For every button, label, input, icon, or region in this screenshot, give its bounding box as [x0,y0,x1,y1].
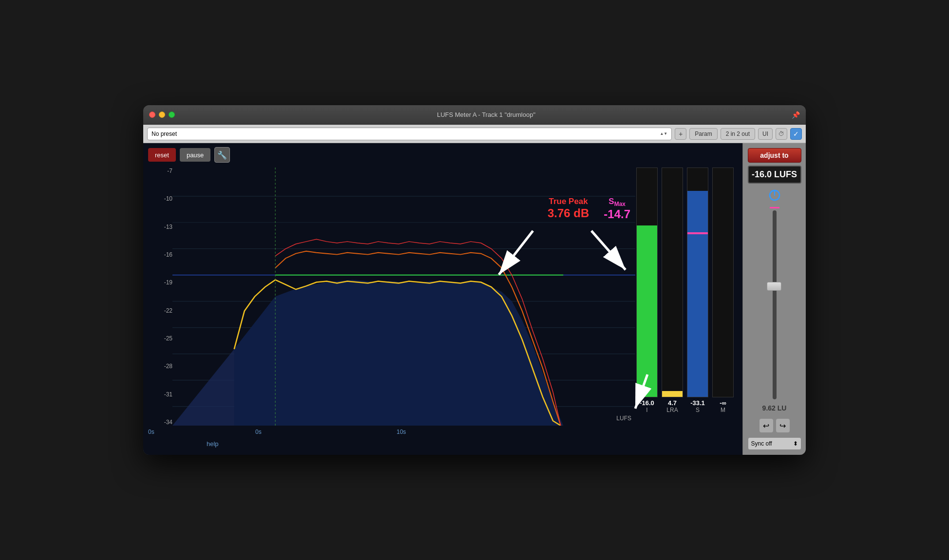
y-label-28: -28 [148,363,172,370]
minimize-button[interactable] [159,112,165,118]
m-meter-label: M [721,407,725,413]
meter-area: reset pause 🔧 True Peak 3.76 dB SMax -14… [143,143,742,455]
main-window: LUFS Meter A - Track 1 "drumloop" 📌 No p… [143,105,806,455]
y-label-10: -10 [148,195,172,202]
wrench-icon: 🔧 [217,150,227,160]
y-axis: -7 -10 -13 -16 -19 -22 -25 -28 -31 -34 [148,168,172,426]
traffic-lights [149,112,175,118]
x-label-start: 0s [255,429,262,435]
peak-marker-line [770,207,779,208]
y-label-31: -31 [148,391,172,398]
y-label-13: -13 [148,224,172,230]
ui-button[interactable]: UI [758,128,773,140]
lra-meter-bar-container [662,168,683,397]
lra-meter-bar [662,391,683,397]
s-meter-label: S [696,407,700,413]
titlebar: LUFS Meter A - Track 1 "drumloop" 📌 [143,105,806,125]
m-meter-column: -∞ M [711,168,735,413]
maximize-button[interactable] [169,112,175,118]
lu-value-display: 9.62 LU [762,404,787,412]
i-meter-value: -16.0 [640,399,654,407]
y-label-7: -7 [148,168,172,174]
waveform-chart [172,168,635,426]
y-label-34: -34 [148,419,172,426]
preset-select[interactable]: No preset ▲▼ [147,128,672,140]
s-meter-bar-container [687,168,708,397]
help-label[interactable]: help [207,440,219,448]
slider-track [773,210,777,399]
sync-select[interactable]: Sync off ⬍ [748,437,801,450]
sync-arrows-icon: ⬍ [793,440,798,447]
window-title: LUFS Meter A - Track 1 "drumloop" [181,111,792,118]
reset-button[interactable]: reset [148,148,176,162]
lufs-target-display: -16.0 LUFS [748,166,801,184]
param-button[interactable]: Param [689,128,717,140]
i-meter-bar-container [636,168,658,397]
adjust-to-button[interactable]: adjust to [748,148,801,163]
lra-meter-value: 4.7 [668,399,677,407]
lra-meter-column: 4.7 LRA [661,168,684,413]
meter-bars-section: -16.0 I 4.7 LRA [635,168,738,413]
i-meter-label: I [646,407,647,413]
undo-button[interactable]: ↩ [759,419,773,432]
s-meter-bar [687,191,708,397]
controls-row: reset pause 🔧 [143,143,235,167]
redo-button[interactable]: ↪ [776,419,790,432]
power-button[interactable] [766,187,783,204]
preset-label: No preset [152,131,177,137]
pin-icon[interactable]: 📌 [792,111,800,119]
s-meter-value: -33.1 [690,399,705,407]
m-meter-bar-container [712,168,734,397]
y-label-25: -25 [148,335,172,342]
i-meter-column: -16.0 I [635,168,659,413]
settings-button[interactable]: 🔧 [214,147,230,163]
sync-label: Sync off [751,440,772,447]
x-label-far-left: 0s [148,429,154,435]
close-button[interactable] [149,112,155,118]
y-label-16: -16 [148,251,172,258]
y-label-19: -19 [148,279,172,286]
io-button[interactable]: 2 in 2 out [721,128,755,140]
pause-button[interactable]: pause [180,148,210,162]
preset-arrows-icon: ▲▼ [660,131,667,136]
main-content: reset pause 🔧 True Peak 3.76 dB SMax -14… [143,143,806,455]
toolbar: No preset ▲▼ + Param 2 in 2 out UI ⏱ ✓ [143,125,806,143]
s-meter-column: -33.1 S [686,168,709,413]
y-label-22: -22 [148,307,172,314]
lufs-axis-label: LUFS [616,415,631,422]
check-button[interactable]: ✓ [790,128,802,140]
i-meter-bar [637,225,657,397]
add-preset-button[interactable]: + [675,128,686,140]
slider-thumb[interactable] [767,282,781,291]
right-panel: adjust to -16.0 LUFS 9.62 LU [742,143,806,455]
power-icon [768,188,781,202]
x-label-10s: 10s [397,429,406,435]
lra-meter-label: LRA [666,407,678,413]
undo-redo-row: ↩ ↪ [759,419,790,432]
m-meter-value: -∞ [720,399,726,407]
clock-icon[interactable]: ⏱ [776,128,787,140]
gain-slider-container [767,207,782,399]
s-meter-peak-line [687,232,708,234]
